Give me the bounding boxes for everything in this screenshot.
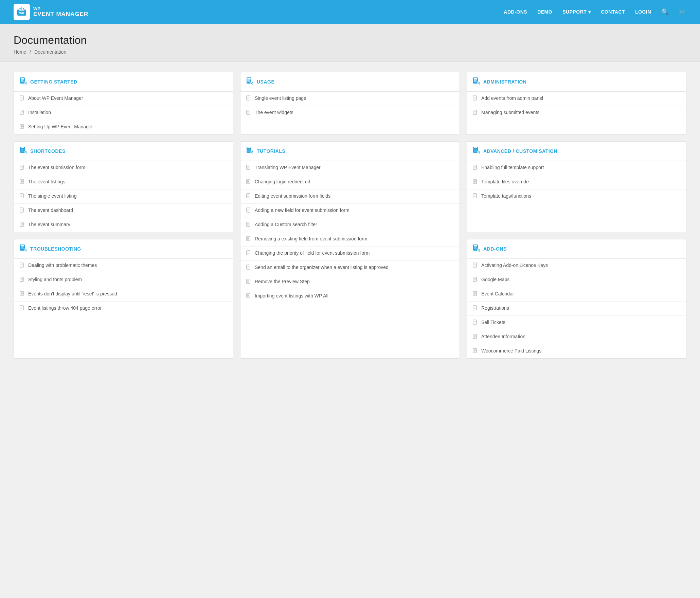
svg-rect-26 — [247, 78, 251, 79]
svg-text:✎: ✎ — [478, 151, 480, 153]
svg-rect-27 — [247, 79, 251, 80]
card-item[interactable]: The single event listing — [14, 189, 233, 204]
card-item[interactable]: Template tags/functions — [467, 189, 686, 203]
doc-icon — [472, 291, 478, 298]
nav-contact[interactable]: CONTACT — [601, 9, 625, 15]
card-item[interactable]: Attendee Information — [467, 330, 686, 344]
card-item[interactable]: Editing event submission form fields — [240, 189, 460, 204]
card-item[interactable]: Google Maps — [467, 273, 686, 287]
card-item[interactable]: Styling and fonts problem — [14, 273, 233, 287]
card-title-troubleshooting: TROUBLESHOOTING — [30, 246, 81, 252]
card-item[interactable]: Events don't display until 'reset' is pr… — [14, 287, 233, 302]
nav-login[interactable]: LOGIN — [635, 9, 651, 15]
card-shortcodes: ✎ SHORTCODES The event submission form T… — [14, 141, 233, 232]
card-header-administration: ✎ ADMINISTRATION — [467, 72, 686, 92]
doc-item-text: Installation — [28, 109, 51, 116]
svg-rect-133 — [474, 151, 477, 151]
doc-icon — [246, 95, 251, 102]
card-item[interactable]: Add events from admin panel — [467, 92, 686, 106]
card-item[interactable]: Event Calendar — [467, 287, 686, 302]
doc-item-text: Event listings throw 404 page error — [28, 305, 102, 312]
card-item[interactable]: The event summary — [14, 218, 233, 232]
doc-icon — [246, 222, 251, 229]
docs-grid: ✎ GETTING STARTED About WP Event Manager… — [14, 72, 686, 359]
logo-text: WP EVENT MANAGER — [33, 6, 88, 18]
doc-icon — [472, 334, 478, 341]
cart-icon[interactable]: 🛒 — [679, 8, 686, 16]
card-item[interactable]: Sell Tickets — [467, 316, 686, 330]
doc-item-text: Registrations — [481, 305, 509, 312]
card-header-advanced-customisation: ✎ ADVANCED / CUSTOMISATION — [467, 142, 686, 161]
doc-item-text: Changing login redirect url — [255, 179, 310, 185]
doc-icon — [19, 291, 25, 298]
logo-wp-label: WP — [33, 6, 88, 11]
doc-icon — [472, 305, 478, 312]
card-header-shortcodes: ✎ SHORTCODES — [14, 142, 233, 161]
svg-rect-41 — [474, 78, 477, 79]
card-item[interactable]: Adding a new field for event submission … — [240, 204, 460, 218]
search-icon[interactable]: 🔍 — [661, 8, 669, 16]
nav-demo[interactable]: DEMO — [537, 9, 552, 15]
svg-text:✎: ✎ — [24, 249, 26, 251]
doc-icon — [472, 193, 478, 200]
card-item[interactable]: Enabling full template support — [467, 161, 686, 175]
card-item[interactable]: Event listings throw 404 page error — [14, 302, 233, 315]
doc-icon — [472, 110, 478, 116]
doc-item-text: Events don't display until 'reset' is pr… — [28, 291, 117, 297]
card-header-troubleshooting: ✎ TROUBLESHOOTING — [14, 239, 233, 259]
breadcrumb-separator: / — [30, 49, 31, 55]
card-title-usage: USAGE — [257, 79, 274, 85]
doc-icon — [19, 95, 25, 102]
doc-item-text: Importing event listings with WP All — [255, 293, 328, 300]
card-item[interactable]: Setting Up WP Event Manager — [14, 120, 233, 134]
svg-rect-173 — [474, 247, 477, 247]
svg-rect-8 — [21, 79, 24, 80]
card-addons: ✎ ADD-ONS Activating Add-on Licence Keys… — [467, 239, 686, 359]
logo-icon: WP — [14, 4, 30, 20]
card-item[interactable]: Dealing with problematic themes — [14, 259, 233, 273]
card-item[interactable]: The event submission form — [14, 161, 233, 175]
svg-rect-175 — [474, 249, 477, 249]
breadcrumb-home[interactable]: Home — [14, 49, 26, 55]
svg-text:✎: ✎ — [478, 249, 480, 251]
card-item[interactable]: Activating Add-on Licence Keys — [467, 259, 686, 273]
svg-text:✎: ✎ — [251, 151, 253, 153]
card-item[interactable]: Remove the Preview Step — [240, 275, 460, 289]
svg-point-3 — [23, 8, 24, 10]
card-item[interactable]: Template files override — [467, 175, 686, 189]
card-item[interactable]: Send an email to the organizer when a ev… — [240, 261, 460, 275]
doc-item-text: Template files override — [481, 179, 529, 185]
doc-icon — [19, 262, 25, 269]
doc-item-text: The event submission form — [28, 164, 85, 171]
card-item[interactable]: Installation — [14, 106, 233, 120]
doc-icon — [19, 179, 25, 186]
svg-text:✎: ✎ — [478, 82, 480, 84]
card-item[interactable]: Changing the priority of field for event… — [240, 247, 460, 261]
doc-icon — [246, 179, 251, 186]
card-item[interactable]: Removing a existing field from event sub… — [240, 232, 460, 247]
card-item[interactable]: The event listings — [14, 175, 233, 189]
card-item[interactable]: Adding a Custom search filter — [240, 218, 460, 232]
nav-addons[interactable]: ADD-ONS — [504, 9, 527, 15]
card-item[interactable]: About WP Event Manager — [14, 92, 233, 106]
card-item[interactable]: The event dashboard — [14, 204, 233, 218]
card-item[interactable]: The event widgets — [240, 106, 460, 120]
svg-rect-174 — [474, 248, 477, 248]
card-item[interactable]: Single event listing page — [240, 92, 460, 106]
card-item[interactable]: Woocommerce Paid Listings — [467, 344, 686, 358]
site-header: WP WP EVENT MANAGER ADD-ONS DEMO SUPPORT… — [0, 0, 700, 24]
svg-rect-59 — [21, 151, 24, 151]
card-title-shortcodes: SHORTCODES — [30, 148, 66, 154]
card-item[interactable]: Registrations — [467, 302, 686, 316]
doc-item-text: Send an email to the organizer when a ev… — [255, 264, 389, 271]
logo[interactable]: WP WP EVENT MANAGER — [14, 4, 88, 20]
card-item[interactable]: Changing login redirect url — [240, 175, 460, 189]
nav-support[interactable]: SUPPORT — [562, 9, 591, 15]
page-header: Documentation Home / Documentation — [0, 24, 700, 62]
doc-icon — [472, 95, 478, 102]
card-item[interactable]: Translating WP Event Manager — [240, 161, 460, 175]
card-item[interactable]: Importing event listings with WP All — [240, 289, 460, 303]
svg-rect-152 — [21, 249, 24, 249]
doc-item-text: The event summary — [28, 221, 70, 228]
card-item[interactable]: Managing submitted events — [467, 106, 686, 120]
